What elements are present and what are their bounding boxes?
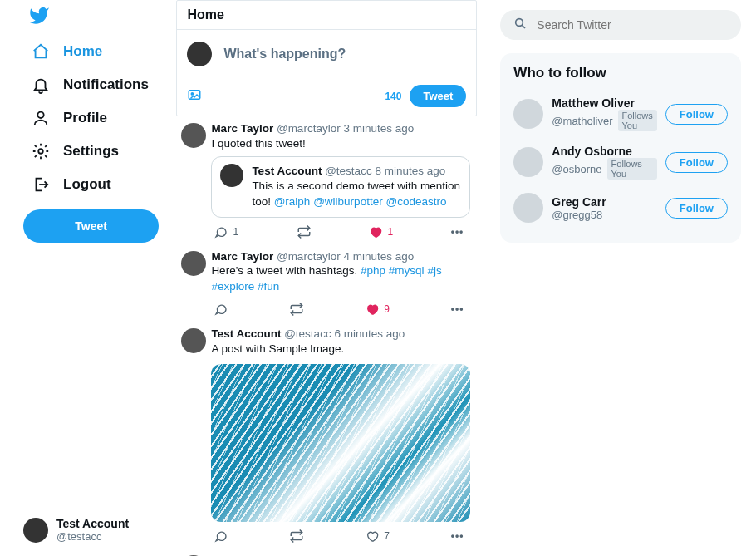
like-button[interactable]: 9 xyxy=(366,303,390,316)
author-name[interactable]: Test Account xyxy=(211,327,281,340)
link[interactable]: #explore xyxy=(211,280,254,293)
author-handle[interactable]: @marctaylor xyxy=(277,250,341,263)
timestamp: 6 minutes ago xyxy=(334,327,405,340)
sidebar-item-label: Home xyxy=(63,43,102,60)
gear-icon xyxy=(32,142,50,160)
avatar[interactable] xyxy=(181,251,206,276)
suggestion-handle[interactable]: @osborne xyxy=(552,163,601,175)
sidebar-item-notifications[interactable]: Notifications xyxy=(23,68,175,101)
who-to-follow-panel: Who to follow Matthew Oliver@matholiverF… xyxy=(500,53,741,243)
follow-button[interactable]: Follow xyxy=(665,152,728,173)
reply-button[interactable]: 1 xyxy=(214,225,238,239)
tweet[interactable]: Wilbur Potter @wilburpotter 3 hrs agoThe… xyxy=(176,550,477,556)
tweet[interactable]: Marc Taylor @marctaylor 3 minutes agoI q… xyxy=(176,118,477,246)
follow-suggestion[interactable]: Matthew Oliver@matholiverFollows YouFoll… xyxy=(512,90,729,138)
svg-point-4 xyxy=(516,19,523,27)
compose-row[interactable]: What's happening? xyxy=(177,30,476,78)
image-upload-icon[interactable] xyxy=(187,87,202,106)
tweet-actions: 11••• xyxy=(211,218,470,244)
quoted-tweet[interactable]: Test Account @testacc 8 minutes agoThis … xyxy=(211,156,470,217)
reply-button[interactable] xyxy=(214,303,228,316)
sidebar: HomeNotificationsProfileSettingsLogout T… xyxy=(0,0,175,556)
current-user-name: Test Account xyxy=(56,517,129,530)
sidebar-item-label: Logout xyxy=(63,176,111,193)
home-icon xyxy=(32,42,50,61)
logout-icon xyxy=(32,175,50,194)
sidebar-tweet-button[interactable]: Tweet xyxy=(23,209,159,243)
tweet-text: This is a second demo tweet with mention… xyxy=(252,179,461,210)
sidebar-item-profile[interactable]: Profile xyxy=(23,101,175,135)
search-box[interactable] xyxy=(500,10,741,40)
author-handle[interactable]: @testacc xyxy=(284,327,331,340)
char-counter: 140 xyxy=(385,91,401,102)
more-button[interactable]: ••• xyxy=(451,226,464,238)
timestamp: 3 minutes ago xyxy=(343,122,414,135)
compose-submit-button[interactable]: Tweet xyxy=(410,85,466,107)
retweet-button[interactable] xyxy=(297,224,312,239)
follow-button[interactable]: Follow xyxy=(665,198,728,219)
tweet-text: A post with Sample Image. xyxy=(211,342,470,357)
right-column: Who to follow Matthew Oliver@matholiverF… xyxy=(477,0,756,556)
avatar[interactable] xyxy=(181,123,206,148)
tweet-image[interactable] xyxy=(211,364,470,522)
follows-you-badge: Follows You xyxy=(607,158,657,180)
suggestion-handle[interactable]: @gregg58 xyxy=(552,209,602,221)
follow-button[interactable]: Follow xyxy=(665,104,728,125)
suggestion-name[interactable]: Matthew Oliver xyxy=(552,96,656,110)
timestamp: 4 minutes ago xyxy=(343,250,414,263)
tweet[interactable]: Marc Taylor @marctaylor 4 minutes agoHer… xyxy=(176,246,477,323)
compose-placeholder[interactable]: What's happening? xyxy=(223,47,346,62)
author-name[interactable]: Test Account xyxy=(252,165,322,177)
avatar[interactable] xyxy=(181,328,206,353)
avatar xyxy=(187,42,212,66)
link[interactable]: #mysql xyxy=(389,264,425,277)
retweet-button[interactable] xyxy=(289,302,304,317)
suggestion-handle[interactable]: @matholiver xyxy=(552,115,612,127)
sidebar-item-logout[interactable]: Logout xyxy=(23,168,175,201)
link[interactable]: #fun xyxy=(258,280,279,293)
link[interactable]: @codeastro xyxy=(385,195,446,208)
link[interactable]: #js xyxy=(427,264,441,277)
current-user[interactable]: Test Account @testacc xyxy=(23,510,175,556)
link[interactable]: @wilburpotter xyxy=(313,195,383,208)
svg-line-5 xyxy=(523,25,526,28)
app-logo[interactable] xyxy=(23,5,175,35)
tweet[interactable]: Test Account @testacc 6 minutes agoA pos… xyxy=(176,323,477,549)
like-button[interactable]: 1 xyxy=(369,225,393,239)
like-button[interactable]: 7 xyxy=(366,529,390,543)
suggestion-name[interactable]: Greg Carr xyxy=(552,195,656,209)
follow-suggestion[interactable]: Greg Carr@gregg58Follow xyxy=(512,186,729,229)
link[interactable]: @ralph xyxy=(274,195,311,208)
page-title: Home xyxy=(177,1,476,30)
search-icon xyxy=(513,17,527,33)
sidebar-item-settings[interactable]: Settings xyxy=(23,135,175,168)
svg-point-1 xyxy=(38,149,43,154)
avatar xyxy=(513,193,543,223)
tweet-text: I quoted this tweet! xyxy=(211,136,470,152)
retweet-button[interactable] xyxy=(289,529,304,544)
follow-suggestion[interactable]: Andy Osborne@osborneFollows YouFollow xyxy=(512,138,729,186)
more-button[interactable]: ••• xyxy=(451,530,464,542)
more-button[interactable]: ••• xyxy=(451,303,464,315)
sidebar-item-home[interactable]: Home xyxy=(23,35,175,68)
tweet-actions: 9••• xyxy=(211,295,470,322)
link[interactable]: #php xyxy=(361,264,385,277)
follows-you-badge: Follows You xyxy=(618,110,657,131)
reply-button[interactable] xyxy=(214,529,228,543)
author-name[interactable]: Marc Taylor xyxy=(211,122,273,135)
avatar xyxy=(513,147,543,177)
author-handle[interactable]: @testacc xyxy=(325,165,371,177)
sidebar-item-label: Profile xyxy=(63,110,107,126)
suggestion-name[interactable]: Andy Osborne xyxy=(552,145,656,158)
avatar xyxy=(513,99,543,129)
bell-icon xyxy=(32,76,50,94)
tweet-text: Here's a tweet with hashtags. #php #mysq… xyxy=(211,263,470,295)
avatar xyxy=(220,164,243,187)
author-name[interactable]: Marc Taylor xyxy=(211,250,273,263)
search-input[interactable] xyxy=(537,18,728,32)
svg-point-0 xyxy=(37,112,43,118)
main-column: Home What's happening? 140 Tweet Marc Ta… xyxy=(175,0,477,556)
author-handle[interactable]: @marctaylor xyxy=(277,122,341,135)
avatar xyxy=(23,518,48,543)
sidebar-item-label: Settings xyxy=(63,143,119,160)
